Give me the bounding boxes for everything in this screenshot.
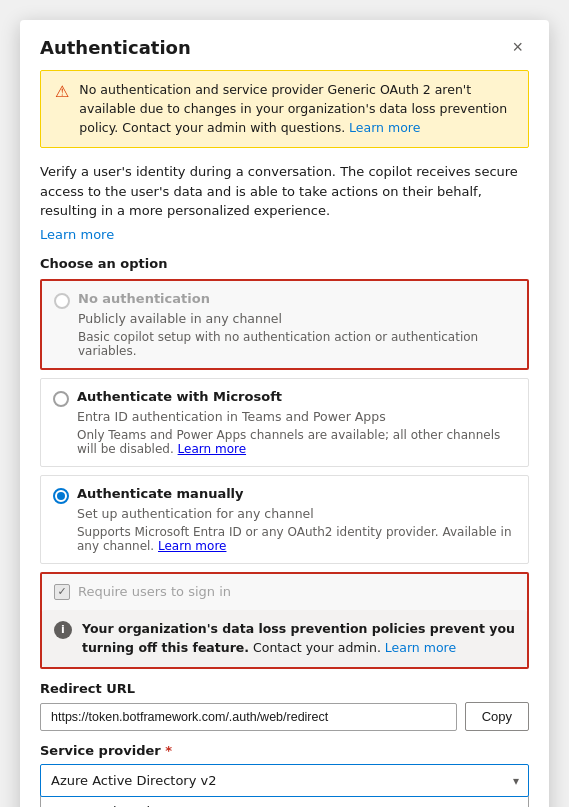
warning-banner: ⚠ No authentication and service provider… (40, 70, 529, 148)
copy-button[interactable]: Copy (465, 702, 529, 731)
modal-title: Authentication (40, 37, 191, 58)
radio-microsoft (53, 391, 69, 407)
signin-box: Require users to sign in i Your organiza… (40, 572, 529, 670)
option-no-auth-sublabel: Publicly available in any channel (54, 311, 515, 326)
signin-checkbox[interactable] (54, 584, 70, 600)
redirect-url-input[interactable] (40, 703, 457, 731)
modal-header: Authentication × (20, 20, 549, 70)
option-manual-label: Authenticate manually (77, 486, 244, 501)
option-no-auth[interactable]: No authentication Publicly available in … (40, 279, 529, 370)
option-manual-learn-more[interactable]: Learn more (158, 539, 226, 553)
service-provider-select[interactable]: Azure Active Directory v2 (40, 764, 529, 797)
service-provider-section: Service provider * Azure Active Director… (40, 743, 529, 807)
option-microsoft-label: Authenticate with Microsoft (77, 389, 282, 404)
radio-no-auth (54, 293, 70, 309)
signin-header: Require users to sign in (42, 574, 527, 610)
redirect-url-section: Redirect URL Copy (40, 681, 529, 731)
option-no-auth-detail: Basic copilot setup with no authenticati… (54, 330, 515, 358)
option-manual-detail: Supports Microsoft Entra ID or any OAuth… (53, 525, 516, 553)
close-button[interactable]: × (506, 36, 529, 58)
option-manual[interactable]: Authenticate manually Set up authenticat… (40, 475, 529, 564)
option-manual-sublabel: Set up authentication for any channel (53, 506, 516, 521)
dropdown-list: Azure Active Directory Azure Active Dire… (40, 796, 529, 807)
choose-option-label: Choose an option (40, 256, 529, 271)
signin-info-banner: i Your organization's data loss preventi… (42, 610, 527, 668)
option-microsoft-learn-more[interactable]: Learn more (178, 442, 246, 456)
required-indicator: * (165, 743, 172, 758)
option-group: No authentication Publicly available in … (40, 279, 529, 572)
description-learn-more-link[interactable]: Learn more (40, 227, 114, 242)
info-text: Your organization's data loss prevention… (82, 620, 515, 658)
warning-icon: ⚠ (55, 82, 69, 137)
signin-learn-more-link[interactable]: Learn more (385, 640, 456, 655)
signin-label: Require users to sign in (78, 584, 231, 599)
option-no-auth-label: No authentication (78, 291, 210, 306)
option-microsoft[interactable]: Authenticate with Microsoft Entra ID aut… (40, 378, 529, 467)
warning-text: No authentication and service provider G… (79, 81, 514, 137)
info-icon: i (54, 621, 72, 639)
description-text: Verify a user's identity during a conver… (40, 162, 529, 221)
option-microsoft-detail: Only Teams and Power Apps channels are a… (53, 428, 516, 456)
radio-manual (53, 488, 69, 504)
authentication-modal: Authentication × ⚠ No authentication and… (20, 20, 549, 807)
option-microsoft-sublabel: Entra ID authentication in Teams and Pow… (53, 409, 516, 424)
service-provider-label: Service provider * (40, 743, 529, 758)
dropdown-item-aad[interactable]: Azure Active Directory (41, 796, 528, 807)
service-provider-dropdown: Azure Active Directory v2 ▾ (40, 764, 529, 797)
redirect-url-label: Redirect URL (40, 681, 529, 696)
redirect-url-row: Copy (40, 702, 529, 731)
warning-learn-more-link[interactable]: Learn more (349, 120, 420, 135)
modal-body: ⚠ No authentication and service provider… (20, 70, 549, 807)
